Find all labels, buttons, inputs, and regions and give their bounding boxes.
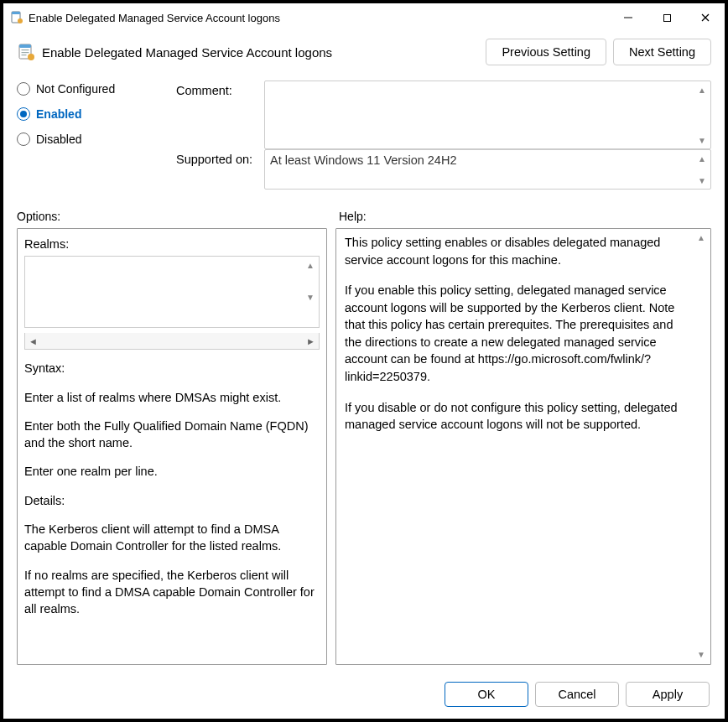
ok-button[interactable]: OK — [445, 682, 528, 707]
help-panel: ▲ This policy setting enables or disable… — [335, 228, 711, 665]
scroll-up-icon[interactable]: ▲ — [304, 258, 317, 272]
scroll-down-icon[interactable]: ▼ — [694, 648, 708, 662]
previous-setting-button[interactable]: Previous Setting — [486, 39, 606, 65]
radio-label: Enabled — [36, 107, 81, 121]
state-radiogroup: Not Configured Enabled Disabled — [17, 81, 168, 190]
details-line: If no realms are specified, the Kerberos… — [24, 567, 320, 618]
radio-label: Not Configured — [36, 82, 115, 96]
radio-icon — [17, 82, 30, 96]
comment-textarea[interactable]: ▲ ▼ — [264, 81, 711, 149]
help-section-label: Help: — [339, 210, 367, 223]
radio-not-configured[interactable]: Not Configured — [17, 82, 168, 96]
next-setting-button[interactable]: Next Setting — [613, 39, 711, 65]
scroll-up-icon[interactable]: ▲ — [695, 83, 709, 96]
radio-enabled[interactable]: Enabled — [17, 107, 168, 121]
policy-icon — [17, 43, 35, 61]
panels: Realms: ▲ ▼ ◄ ► Syntax: Enter a list of … — [3, 228, 725, 675]
supported-on-value: At least Windows 11 Version 24H2 — [270, 153, 456, 167]
config-grid: Not Configured Enabled Disabled Comment:… — [3, 72, 725, 195]
syntax-line: Enter a list of realms where DMSAs might… — [24, 389, 320, 406]
realms-hscrollbar[interactable]: ◄ ► — [24, 333, 320, 350]
section-labels: Options: Help: — [3, 195, 725, 228]
realms-listbox[interactable]: ▲ ▼ — [24, 256, 320, 328]
dialog-footer: OK Cancel Apply — [3, 675, 725, 719]
dialog-window: Enable Delegated Managed Service Account… — [0, 0, 728, 722]
minimize-button[interactable] — [609, 3, 647, 32]
help-paragraph: If you enable this policy setting, deleg… — [345, 282, 692, 385]
cancel-button[interactable]: Cancel — [535, 682, 619, 707]
scroll-up-icon[interactable]: ▲ — [694, 231, 708, 245]
syntax-label: Syntax: — [24, 360, 320, 377]
maximize-button[interactable] — [647, 3, 686, 32]
supported-on-textarea[interactable]: At least Windows 11 Version 24H2 ▲ ▼ — [264, 149, 711, 190]
help-paragraph: If you disable or do not configure this … — [345, 399, 692, 434]
svg-rect-1 — [12, 12, 20, 14]
comment-label: Comment: — [176, 81, 256, 149]
close-button[interactable] — [686, 3, 725, 32]
radio-disabled[interactable]: Disabled — [17, 132, 168, 146]
titlebar: Enable Delegated Managed Service Account… — [3, 3, 725, 32]
options-content: Realms: ▲ ▼ ◄ ► Syntax: Enter a list of … — [24, 236, 320, 618]
svg-point-2 — [18, 18, 23, 23]
header: Enable Delegated Managed Service Account… — [3, 32, 725, 72]
svg-rect-8 — [19, 44, 31, 48]
radio-icon — [17, 107, 30, 121]
supported-on-label: Supported on: — [176, 149, 256, 190]
svg-rect-11 — [22, 55, 27, 55]
scroll-up-icon[interactable]: ▲ — [695, 152, 709, 165]
window-buttons — [609, 3, 725, 32]
scroll-left-icon[interactable]: ◄ — [29, 336, 38, 346]
syntax-line: Enter both the Fully Qualified Domain Na… — [24, 418, 320, 452]
policy-title: Enable Delegated Managed Service Account… — [42, 45, 479, 60]
scroll-down-icon[interactable]: ▼ — [695, 174, 709, 187]
svg-rect-4 — [663, 14, 670, 21]
options-panel: Realms: ▲ ▼ ◄ ► Syntax: Enter a list of … — [17, 228, 327, 665]
help-paragraph: This policy setting enables or disables … — [345, 234, 692, 268]
apply-button[interactable]: Apply — [626, 682, 710, 707]
scroll-down-icon[interactable]: ▼ — [695, 133, 709, 147]
app-icon — [10, 11, 23, 24]
details-line: The Kerberos client will attempt to find… — [24, 521, 320, 555]
realms-label: Realms: — [24, 236, 320, 252]
window-title: Enable Delegated Managed Service Account… — [29, 12, 609, 24]
options-section-label: Options: — [17, 210, 327, 223]
radio-icon — [17, 132, 30, 146]
svg-rect-10 — [22, 52, 29, 53]
svg-rect-9 — [22, 49, 29, 50]
details-label: Details: — [24, 492, 320, 509]
scroll-down-icon[interactable]: ▼ — [304, 290, 317, 304]
scroll-right-icon[interactable]: ► — [306, 336, 315, 346]
radio-label: Disabled — [36, 132, 81, 146]
svg-point-12 — [28, 54, 34, 60]
syntax-line: Enter one realm per line. — [24, 463, 320, 480]
